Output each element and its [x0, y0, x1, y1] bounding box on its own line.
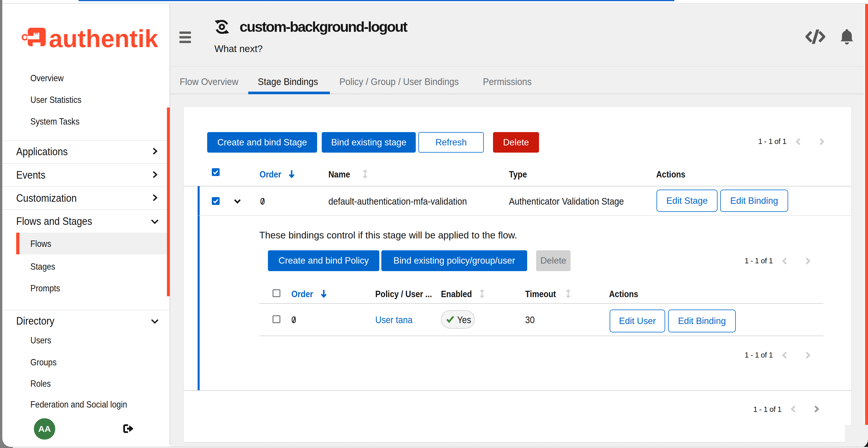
- svg-text:authentik: authentik: [49, 25, 159, 52]
